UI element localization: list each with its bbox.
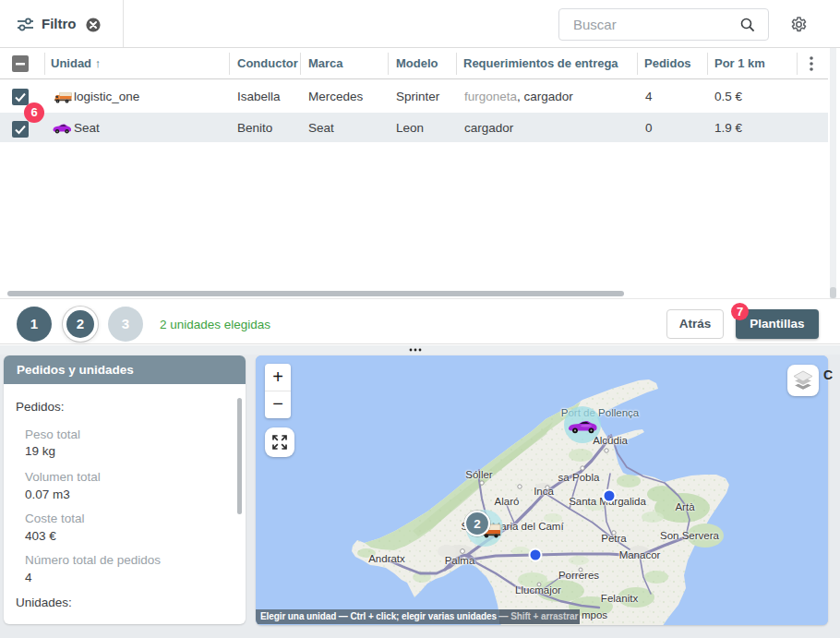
svg-text:2: 2 — [474, 517, 481, 531]
